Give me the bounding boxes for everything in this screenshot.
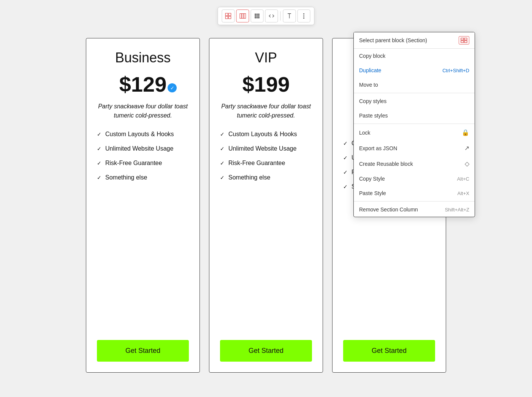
vip2-cta-button[interactable]: Get Started: [343, 340, 435, 362]
svg-point-11: [256, 16, 258, 17]
feature-text: Something else: [105, 174, 147, 181]
vip1-features-list: ✓Custom Layouts & Hooks ✓Unlimited Websi…: [220, 131, 312, 329]
svg-rect-3: [228, 16, 231, 19]
toolbar-divider: [280, 11, 281, 21]
paste-style-label: Paste Style: [359, 190, 386, 196]
check-icon: ✓: [220, 146, 225, 152]
check-icon: ✓: [343, 140, 348, 146]
svg-rect-1: [228, 13, 231, 16]
remove-section-item[interactable]: Remove Section Column Shift+Alt+Z: [354, 202, 475, 217]
layout-toolbar-btn[interactable]: [222, 10, 235, 22]
copy-block-label: Copy block: [359, 53, 385, 59]
list-item: ✓Something else: [97, 174, 189, 181]
vip1-card-title: VIP: [255, 50, 277, 66]
feature-text: Custom Layouts & Hooks: [105, 131, 174, 138]
business-card: Business $129 ✓ Party snackwave four dol…: [86, 38, 200, 373]
copy-styles-item[interactable]: Copy styles: [354, 94, 475, 108]
svg-rect-5: [242, 14, 244, 19]
svg-point-14: [256, 17, 258, 18]
feature-text: Risk-Free Guarantee: [105, 160, 162, 167]
svg-rect-0: [225, 13, 228, 16]
business-card-price: $129: [119, 72, 167, 97]
list-item: ✓Custom Layouts & Hooks: [220, 131, 312, 138]
list-item: ✓Custom Layouts & Hooks: [97, 131, 189, 138]
paste-style-item[interactable]: Paste Style Alt+X: [354, 186, 475, 200]
check-icon: ✓: [220, 175, 225, 181]
business-cta-button[interactable]: Get Started: [97, 340, 189, 362]
svg-rect-2: [225, 16, 228, 19]
paste-styles-item[interactable]: Paste styles: [354, 108, 475, 123]
check-icon: ✓: [220, 131, 225, 137]
lock-icon: 🔒: [462, 129, 469, 136]
remove-section-shortcut: Shift+Alt+Z: [445, 207, 469, 213]
paste-style-shortcut: Alt+X: [458, 191, 469, 196]
svg-rect-23: [461, 41, 464, 43]
check-icon: ✓: [220, 160, 225, 166]
more-toolbar-btn[interactable]: [298, 10, 310, 22]
paste-styles-label: Paste styles: [359, 113, 388, 119]
svg-rect-24: [464, 41, 467, 43]
svg-point-15: [258, 17, 260, 18]
copy-block-item[interactable]: Copy block: [354, 49, 475, 63]
business-card-description: Party snackwave four dollar toast tumeri…: [97, 102, 189, 120]
grid-toolbar-btn[interactable]: [251, 10, 264, 22]
context-menu-header-icon[interactable]: [459, 36, 469, 44]
business-features-list: ✓Custom Layouts & Hooks ✓Unlimited Websi…: [97, 131, 189, 329]
duplicate-item[interactable]: Duplicate Ctrl+Shift+D: [354, 63, 475, 78]
export-json-label: Export as JSON: [359, 145, 397, 151]
feature-text: Unlimited Website Usage: [228, 145, 296, 152]
svg-point-18: [303, 13, 304, 14]
reusable-icon: ◇: [465, 160, 469, 167]
feature-text: Custom Layouts & Hooks: [228, 131, 297, 138]
menu-divider-3: [354, 201, 475, 202]
code-toolbar-btn[interactable]: [265, 10, 278, 22]
move-to-item[interactable]: Move to: [354, 78, 475, 92]
vip1-cta-button[interactable]: Get Started: [220, 340, 312, 362]
svg-point-10: [255, 16, 256, 17]
vip1-card-description: Party snackwave four dollar toast tumeri…: [220, 102, 312, 120]
create-reusable-label: Create Reusable block: [359, 161, 413, 167]
context-menu-header-label: Select parent block (Section): [359, 37, 427, 43]
lock-item[interactable]: Lock 🔒: [354, 125, 475, 140]
text-toolbar-btn[interactable]: [283, 10, 296, 22]
duplicate-shortcut: Ctrl+Shift+D: [442, 68, 469, 73]
list-item: ✓Unlimited Website Usage: [220, 145, 312, 152]
svg-rect-4: [240, 14, 242, 19]
selected-badge: ✓: [168, 83, 177, 92]
svg-rect-21: [461, 38, 464, 40]
columns-toolbar-btn[interactable]: [236, 10, 249, 22]
svg-point-9: [258, 14, 260, 15]
business-card-title: Business: [115, 50, 171, 66]
context-menu: Select parent block (Section) Copy block…: [353, 32, 475, 217]
lock-label: Lock: [359, 130, 370, 136]
create-reusable-item[interactable]: Create Reusable block ◇: [354, 156, 475, 172]
copy-style-label: Copy Style: [359, 176, 385, 182]
check-icon: ✓: [343, 169, 348, 175]
svg-point-19: [303, 15, 304, 16]
remove-section-label: Remove Section Column: [359, 206, 418, 213]
context-menu-header[interactable]: Select parent block (Section): [354, 32, 475, 49]
check-icon: ✓: [343, 155, 348, 161]
export-json-item[interactable]: Export as JSON ↗: [354, 140, 475, 156]
check-icon: ✓: [97, 175, 101, 181]
svg-rect-6: [244, 14, 246, 19]
move-to-label: Move to: [359, 82, 378, 88]
list-item: ✓Something else: [220, 174, 312, 181]
check-icon: ✓: [97, 131, 101, 137]
copy-styles-label: Copy styles: [359, 98, 386, 104]
vip1-card-price: $199: [242, 72, 290, 97]
editor-toolbar: [218, 7, 315, 25]
svg-rect-22: [464, 38, 467, 40]
list-item: ✓Risk-Free Guarantee: [220, 160, 312, 167]
copy-style-shortcut: Alt+C: [457, 176, 469, 182]
list-item: ✓Unlimited Website Usage: [97, 145, 189, 152]
check-icon: ✓: [343, 184, 348, 190]
export-icon: ↗: [464, 145, 469, 152]
menu-divider-2: [354, 124, 475, 124]
list-item: ✓Risk-Free Guarantee: [97, 160, 189, 167]
svg-point-12: [258, 16, 260, 17]
svg-point-7: [255, 14, 256, 15]
svg-point-20: [303, 17, 304, 19]
menu-divider-1: [354, 93, 475, 93]
copy-style-item[interactable]: Copy Style Alt+C: [354, 172, 475, 186]
